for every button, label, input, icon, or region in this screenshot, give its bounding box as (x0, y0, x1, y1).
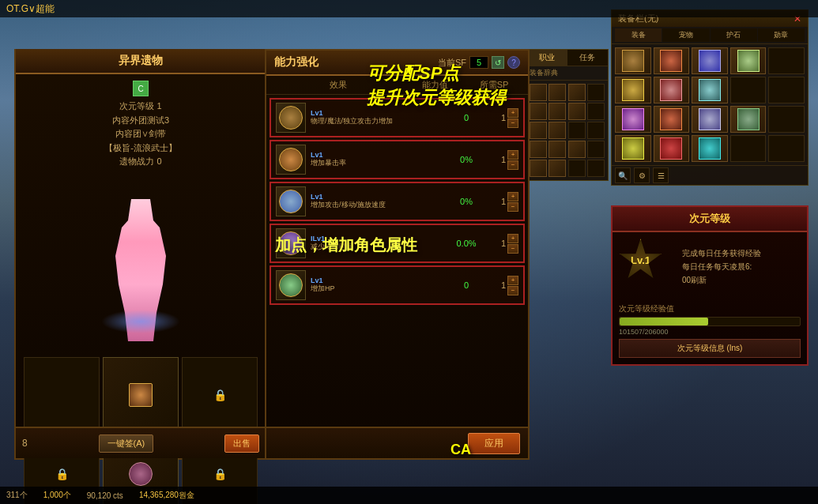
lock-icon-4: 🔒 (55, 468, 69, 480)
sp-inc-btn-3[interactable]: + (507, 192, 518, 201)
level-description: 完成每日任务获得经验 每日任务每天凌晨6: 00刷新 (682, 246, 801, 287)
sp-dec-btn-4[interactable]: − (507, 244, 518, 254)
left-panel-title: 异界遗物 (119, 54, 163, 68)
side-skill-20[interactable] (587, 160, 605, 177)
sp-inc-btn-2[interactable]: + (507, 150, 518, 160)
eq-cell-7[interactable] (654, 77, 690, 103)
sp-help-button[interactable]: ? (507, 56, 520, 69)
eq-cell-2[interactable] (654, 47, 690, 74)
eq-cell-1[interactable] (615, 47, 651, 74)
side-skill-12[interactable] (587, 122, 605, 139)
tab-護石[interactable]: 护石 (711, 28, 757, 42)
side-skill-3[interactable] (568, 84, 586, 101)
eq-cell-15[interactable] (768, 106, 805, 133)
skill-row-inner-5: Lv1 增加HP 0 1 + − (271, 267, 523, 303)
side-skill-8[interactable] (587, 103, 605, 120)
eq-cell-18[interactable] (692, 135, 728, 162)
sp-btn-group-3: + − (507, 192, 518, 212)
item-inner-11 (622, 108, 644, 130)
skill-row-3: Lv1 增加攻击/移动/施放速度 0% 1 + − (270, 182, 525, 221)
side-skill-18[interactable] (548, 160, 566, 177)
side-skill-grid (526, 81, 608, 180)
status-count1: 311个 (6, 490, 28, 501)
eq-cell-3[interactable] (692, 47, 728, 74)
equip-slot-1[interactable] (24, 357, 100, 433)
sp-inc-btn-1[interactable]: + (507, 108, 518, 118)
skill-row-2: Lv1 增加暴击率 0% 1 + − (270, 140, 525, 179)
skill-row-1: Lv1 物理/魔法/独立攻击力增加 0 1 + − (270, 98, 525, 137)
sell-button[interactable]: 出售 (224, 434, 259, 453)
exp-current: 101507 (619, 328, 643, 336)
skill-name-5: 增加HP (311, 284, 442, 294)
equip-slot-3[interactable]: 🔒 (182, 357, 258, 433)
eq-cell-19[interactable] (730, 135, 767, 162)
sp-refresh-button[interactable]: ↺ (492, 56, 504, 69)
eq-cell-16[interactable] (615, 135, 651, 162)
eq-cell-12[interactable] (654, 106, 690, 133)
sp-btn-group-1: + − (507, 108, 518, 128)
equip-slot-2[interactable] (103, 357, 179, 433)
skill-sp-cell-5: 1 + − (491, 276, 518, 295)
level-info-button[interactable]: 次元等级信息 (Ins) (619, 339, 801, 358)
skill-value-5: 0 (447, 280, 486, 290)
sp-dec-btn-3[interactable]: − (507, 202, 518, 212)
side-skill-15[interactable] (568, 141, 586, 158)
side-skill-17[interactable] (530, 160, 547, 177)
settings-icon-btn[interactable]: ⚙ (634, 167, 650, 183)
tab-job[interactable]: 职业 (526, 50, 567, 66)
eq-cell-6[interactable] (615, 77, 651, 103)
tab-medal[interactable]: 勋章 (758, 28, 805, 42)
level-star: Lv.1 (619, 239, 662, 282)
eq-cell-13[interactable] (692, 106, 728, 133)
one-key-button[interactable]: 一键签(A) (99, 434, 154, 453)
far-right-title: 次元等级 (689, 213, 730, 224)
side-skill-7[interactable] (568, 103, 586, 120)
sp-dec-btn-5[interactable]: − (507, 286, 518, 295)
side-skill-13[interactable] (530, 141, 547, 158)
lock-icon-3: 🔒 (213, 389, 227, 401)
eq-cell-5[interactable] (768, 47, 805, 74)
sp-dec-btn-2[interactable]: − (507, 160, 518, 170)
skill-level-2: Lv1 (311, 151, 442, 159)
item-inner-1 (622, 50, 644, 72)
eq-cell-10[interactable] (768, 77, 805, 103)
status-gold1: 1,000个 (43, 490, 71, 501)
tab-quest[interactable]: 任务 (567, 50, 609, 66)
sp-inc-btn-5[interactable]: + (507, 276, 518, 285)
side-skill-5[interactable] (530, 103, 547, 120)
search-icon-btn[interactable]: 🔍 (615, 167, 631, 183)
list-icon-btn[interactable]: ☰ (653, 167, 669, 183)
col-header-value: 能力值 (403, 79, 466, 91)
eq-cell-4[interactable] (730, 47, 767, 74)
side-skill-11[interactable] (568, 122, 586, 139)
exp-label: 次元等级经验值 (619, 303, 801, 314)
skill-icon-5 (276, 270, 306, 300)
sp-inc-btn-4[interactable]: + (507, 234, 518, 243)
skill-sp-cell-1: 1 + − (491, 108, 518, 128)
skill-detail-1: Lv1 物理/魔法/独立攻击力增加 (311, 109, 442, 126)
side-skill-14[interactable] (548, 141, 566, 158)
side-skill-16[interactable] (587, 141, 605, 158)
eq-cell-17[interactable] (654, 135, 690, 162)
skill-name-1: 物理/魔法/独立攻击力增加 (311, 117, 442, 126)
apply-button[interactable]: 应用 (468, 433, 520, 454)
side-skill-6[interactable] (548, 103, 566, 120)
tab-pet[interactable]: 宠物 (662, 28, 709, 42)
eq-cell-11[interactable] (615, 106, 651, 133)
side-skill-10[interactable] (548, 122, 566, 139)
skill-row-4: ILv1 减少冷却时间 0.0% 1 + − (270, 224, 525, 263)
eq-cell-9[interactable] (730, 77, 767, 103)
side-skill-2[interactable] (548, 84, 566, 101)
tab-equip[interactable]: 装备 (615, 28, 662, 42)
equip-grid (612, 44, 808, 165)
side-skill-4[interactable] (587, 84, 605, 101)
side-skill-19[interactable] (568, 160, 586, 177)
skill-row-inner-1: Lv1 物理/魔法/独立攻击力增加 0 1 + − (271, 100, 523, 136)
side-skill-9[interactable] (530, 122, 547, 139)
eq-cell-8[interactable] (692, 77, 728, 103)
side-skill-1[interactable] (530, 84, 547, 101)
skill-name-4: 减少冷却时间 (311, 243, 442, 252)
eq-cell-14[interactable] (730, 106, 767, 133)
eq-cell-20[interactable] (768, 135, 805, 162)
sp-dec-btn-1[interactable]: − (507, 118, 518, 128)
